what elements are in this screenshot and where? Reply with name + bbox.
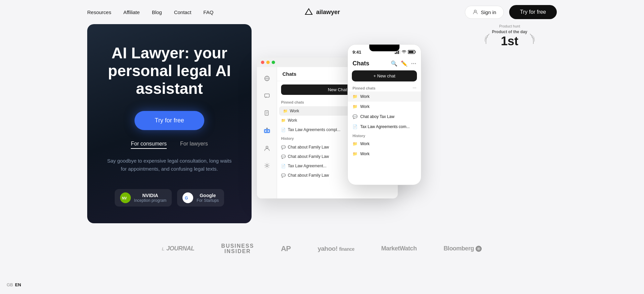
hero-title: AI Lawyer: your personal legal AI assist… <box>104 44 235 98</box>
partners-row: NV NVIDIA Inception program G Google <box>115 189 224 207</box>
sidebar-icon-1 <box>261 72 273 84</box>
svg-rect-24 <box>399 50 400 54</box>
lang-en[interactable]: EN <box>15 282 21 287</box>
user-icon <box>473 9 478 15</box>
mockup-sidebar <box>257 67 277 198</box>
nav-contact[interactable]: Contact <box>174 9 192 15</box>
tab-consumers[interactable]: For consumers <box>131 141 167 149</box>
sidebar-icon-bot <box>261 125 273 137</box>
logo-journal: L JOURNAL <box>162 245 195 252</box>
ai-icon <box>263 127 271 134</box>
nvidia-icon: NV <box>120 192 131 203</box>
nvidia-info: NVIDIA Inception program <box>134 193 167 203</box>
ph-rank: 1st <box>492 34 527 48</box>
m-hist-icon-1: 📁 <box>353 152 358 156</box>
sidebar-icon-settings <box>261 160 273 172</box>
hist-icon-1: 💬 <box>281 155 286 159</box>
svg-rect-18 <box>266 128 268 129</box>
mobile-mockup: 9:41 <box>347 44 421 185</box>
google-icon: G <box>182 192 193 203</box>
mobile-chats-title: Chats <box>353 60 369 67</box>
battery-icon <box>408 50 416 54</box>
tab-lawyers[interactable]: For lawyers <box>180 141 208 149</box>
mobile-pinned-section: Pinned chats ⋯ <box>348 84 421 92</box>
google-logo: G <box>184 194 192 202</box>
nav-blog[interactable]: Blog <box>152 9 162 15</box>
mobile-status-icons <box>395 50 416 54</box>
hero-subtitle: Say goodbye to expensive legal consultat… <box>106 157 233 173</box>
svg-rect-23 <box>398 51 399 54</box>
google-name: Google <box>197 193 219 198</box>
nav-resources[interactable]: Resources <box>87 9 111 15</box>
svg-rect-10 <box>265 94 269 97</box>
lang-gb[interactable]: GB <box>7 282 13 287</box>
mobile-history-0[interactable]: 📁 Work <box>348 139 421 149</box>
laurel-right <box>529 32 537 46</box>
bloomberg-globe <box>475 245 482 252</box>
nvidia-logo: NV <box>121 194 129 202</box>
sidebar-icon-3 <box>261 107 273 119</box>
app-preview: Product hunt Product of the day 1st <box>257 24 557 223</box>
chat-icon-1: 📁 <box>281 118 286 123</box>
svg-point-20 <box>266 165 268 167</box>
svg-rect-15 <box>264 129 270 133</box>
svg-text:NV: NV <box>122 196 127 200</box>
mobile-time: 9:41 <box>353 50 361 55</box>
dot-red <box>261 61 264 64</box>
logo[interactable]: ailawyer <box>304 7 340 17</box>
logo-yahoo: yahoo! finance <box>318 245 355 252</box>
ph-laurel: Product of the day 1st <box>483 30 537 48</box>
chat-icon-0: 📁 <box>283 109 288 113</box>
chat-icon <box>264 93 270 99</box>
nav-faq[interactable]: FAQ <box>203 9 213 15</box>
sidebar-icon-2 <box>261 90 273 102</box>
m-chat-icon-1: 📁 <box>353 104 358 109</box>
hist-icon-2: 📄 <box>281 164 286 168</box>
nvidia-name: NVIDIA <box>134 193 167 198</box>
settings-icon <box>264 163 270 169</box>
doc-icon <box>264 110 270 116</box>
dot-green <box>272 61 275 64</box>
lang-switcher: GB EN <box>7 282 21 287</box>
mobile-history-1[interactable]: 📁 Work <box>348 149 421 159</box>
globe-icon <box>264 75 270 81</box>
svg-rect-22 <box>396 52 397 54</box>
svg-text:G: G <box>185 196 188 200</box>
main-content: AI Lawyer: your personal legal AI assist… <box>0 24 644 223</box>
chat-icon-2: 📄 <box>281 128 286 132</box>
nvidia-sub: Inception program <box>134 198 167 203</box>
product-hunt-badge: Product hunt Product of the day 1st <box>483 24 537 48</box>
mobile-notch <box>369 45 399 51</box>
nav-links: Resources Affiliate Blog Contact FAQ <box>87 9 213 15</box>
nav-affiliate[interactable]: Affiliate <box>123 9 140 15</box>
ph-label-top: Product hunt <box>499 24 520 28</box>
sign-in-button[interactable]: Sign in <box>465 6 504 19</box>
mobile-compose-icon[interactable]: ✏️ <box>401 60 408 67</box>
partner-google: G Google For Startups <box>177 189 224 207</box>
try-free-button[interactable]: Try for free <box>135 111 204 130</box>
mobile-more-icon[interactable]: ⋯ <box>411 60 416 67</box>
try-free-nav-button[interactable]: Try for free <box>509 5 557 19</box>
dot-yellow <box>266 61 270 64</box>
user-sidebar-icon <box>264 145 270 151</box>
logo-business-insider: BUSINESS INSIDER <box>221 243 254 254</box>
svg-point-19 <box>266 146 268 148</box>
logo-icon <box>304 7 313 17</box>
mobile-pinned-2[interactable]: 💬 Chat aboy Tax Law <box>348 112 421 122</box>
ph-label-mid: Product of the day <box>492 30 527 34</box>
svg-rect-21 <box>395 53 396 54</box>
logo-bloomberg: Bloomberg <box>443 245 482 252</box>
m-hist-icon-0: 📁 <box>353 141 358 146</box>
mobile-pinned-1[interactable]: 📁 Work <box>348 102 421 112</box>
mobile-search-icon[interactable]: 🔍 <box>391 60 397 67</box>
wifi-icon <box>401 50 407 54</box>
sidebar-icon-user <box>261 142 273 154</box>
mobile-pinned-3[interactable]: 📄 Tax Law Agreements com... <box>348 122 421 132</box>
mobile-history-section: History <box>348 132 421 139</box>
mobile-pin-expand: ⋯ <box>413 86 416 91</box>
mobile-new-chat-btn[interactable]: + New chat <box>352 70 417 81</box>
hist-icon-3: 💬 <box>281 173 286 178</box>
logo-text: ailawyer <box>316 9 340 16</box>
logos-bar: L JOURNAL BUSINESS INSIDER AP yahoo! fin… <box>0 230 644 268</box>
mobile-pinned-0[interactable]: 📁 Work <box>348 92 421 102</box>
